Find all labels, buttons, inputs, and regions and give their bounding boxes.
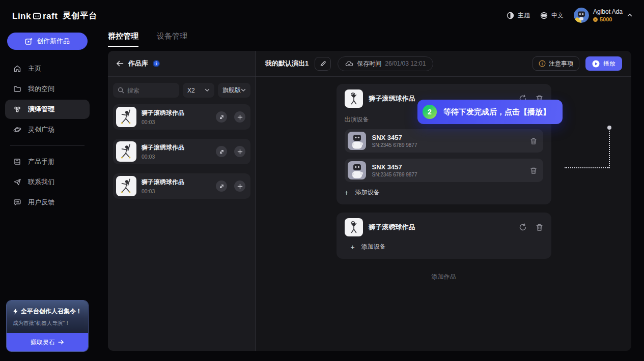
add-device-label: 添加设备 bbox=[361, 243, 386, 251]
brand-name-suffix: raft bbox=[43, 11, 58, 21]
chevron-down-icon bbox=[241, 88, 246, 92]
device-name: SNX 3457 bbox=[372, 163, 524, 171]
work-duration: 00:03 bbox=[142, 188, 211, 194]
program-card-header: 狮子滚绣球作品 bbox=[345, 218, 543, 236]
work-meta: 狮子滚绣球作品 00:03 bbox=[142, 109, 211, 125]
program-card: 狮子滚绣球作品 + 添加设备 bbox=[337, 213, 551, 259]
sidebar-item-label: 演绎管理 bbox=[28, 105, 54, 114]
connector-dot bbox=[607, 126, 611, 130]
search-input[interactable] bbox=[127, 87, 168, 94]
rename-button[interactable] bbox=[315, 57, 331, 71]
promo-title: 全平台创作人召集令！ bbox=[21, 307, 82, 316]
promo-title-row: 全平台创作人召集令！ bbox=[13, 307, 82, 316]
sidebar-item-product-manual[interactable]: 产品手册 bbox=[5, 152, 90, 171]
play-button[interactable]: 播放 bbox=[585, 56, 622, 71]
device-avatar bbox=[348, 132, 366, 150]
earn-gems-button[interactable]: 赚取灵石 bbox=[7, 333, 88, 351]
work-meta: 狮子滚绣球作品 00:03 bbox=[142, 143, 211, 160]
add-to-stage-button[interactable] bbox=[234, 180, 245, 192]
main-area: 群控管理 设备管理 作品库 i X2 bbox=[108, 0, 631, 361]
sidebar-item-my-space[interactable]: 我的空间 bbox=[5, 79, 90, 99]
refresh-icon[interactable] bbox=[519, 223, 527, 231]
sidebar-item-label: 用户反馈 bbox=[28, 198, 54, 207]
trash-icon[interactable] bbox=[530, 167, 537, 174]
add-work-button[interactable]: 添加作品 bbox=[256, 273, 631, 281]
sidebar-item-label: 联系我们 bbox=[28, 177, 54, 187]
notice-button[interactable]: 注意事项 bbox=[533, 56, 579, 71]
speed-dropdown[interactable]: X2 bbox=[183, 83, 214, 98]
onboarding-tooltip: 2 等待下发完成后，点击【播放】 bbox=[417, 100, 563, 124]
paper-plane-icon bbox=[13, 178, 21, 186]
brand-logo: Link raft 灵创平台 bbox=[12, 11, 97, 21]
work-list-item[interactable]: 狮子滚绣球作品 00:03 bbox=[113, 139, 250, 164]
stage-panel: 我的默认演出1 保存时间 26/01/03 12:01 注意事项 bbox=[256, 51, 631, 351]
book-icon bbox=[13, 158, 21, 166]
add-to-stage-button[interactable] bbox=[234, 111, 245, 123]
work-list-item[interactable]: 狮子滚绣球作品 00:03 bbox=[113, 104, 250, 130]
show-title: 我的默认演出1 bbox=[265, 59, 309, 68]
brand-platform-name: 灵创平台 bbox=[63, 11, 97, 21]
tab-device-mgmt[interactable]: 设备管理 bbox=[157, 32, 187, 47]
tooltip-text: 等待下发完成后，点击【播放】 bbox=[443, 107, 550, 117]
sidebar: 创作新作品 主页 我的空间 演绎管理 灵创广场 产品手册 联系我们 bbox=[0, 26, 95, 361]
sidebar-item-performance-mgmt[interactable]: 演绎管理 bbox=[5, 100, 90, 119]
search-box[interactable] bbox=[113, 83, 179, 98]
expand-button[interactable] bbox=[216, 111, 227, 123]
speed-value: X2 bbox=[187, 87, 195, 94]
device-meta: SNX 3457 SN:2345 6789 9877 bbox=[372, 163, 524, 177]
trash-icon[interactable] bbox=[536, 223, 543, 231]
sidebar-item-plaza[interactable]: 灵创广场 bbox=[5, 120, 90, 139]
library-info-icon[interactable]: i bbox=[153, 60, 160, 67]
arrow-right-icon bbox=[58, 340, 64, 345]
sidebar-item-label: 我的空间 bbox=[28, 84, 54, 94]
save-status: 保存时间 26/01/03 12:01 bbox=[338, 56, 433, 71]
device-row[interactable]: SNX 3457 SN:2345 6789 9877 bbox=[345, 159, 543, 182]
edition-value: 旗舰版 bbox=[222, 86, 241, 95]
save-time-label: 保存时间 bbox=[357, 59, 381, 68]
promo-subtitle: 成为首批"机器人导演"！ bbox=[13, 320, 82, 327]
expand-button[interactable] bbox=[216, 146, 227, 157]
warning-info-icon bbox=[539, 60, 546, 67]
sidebar-item-feedback[interactable]: 用户反馈 bbox=[5, 193, 90, 212]
create-work-button[interactable]: 创作新作品 bbox=[7, 33, 88, 50]
work-title: 狮子滚绣球作品 bbox=[142, 143, 211, 152]
expand-button[interactable] bbox=[216, 180, 227, 192]
sidebar-item-home[interactable]: 主页 bbox=[5, 59, 90, 78]
chevron-down-icon bbox=[205, 88, 210, 92]
brand-logo-icon bbox=[32, 12, 42, 20]
brand-name-prefix: Link bbox=[12, 11, 31, 21]
main-tabs: 群控管理 设备管理 bbox=[108, 32, 187, 47]
sidebar-item-contact-us[interactable]: 联系我们 bbox=[5, 172, 90, 192]
plus-icon: + bbox=[345, 189, 349, 197]
edition-dropdown[interactable]: 旗舰版 bbox=[218, 83, 250, 98]
add-device-label: 添加设备 bbox=[355, 188, 380, 197]
device-sn: SN:2345 6789 9877 bbox=[372, 142, 524, 148]
device-meta: SNX 3457 SN:2345 6789 9877 bbox=[372, 134, 524, 148]
tab-group-control[interactable]: 群控管理 bbox=[108, 32, 138, 47]
add-device-button[interactable]: + 添加设备 bbox=[345, 243, 543, 251]
library-filters: X2 旗舰版 bbox=[108, 77, 256, 98]
work-list: 狮子滚绣球作品 00:03 狮子滚绣球作品 00:03 bbox=[108, 98, 256, 208]
work-thumbnail bbox=[116, 176, 136, 196]
add-device-button[interactable]: + 添加设备 bbox=[345, 188, 543, 197]
promo-body: 全平台创作人召集令！ 成为首批"机器人导演"！ bbox=[7, 300, 88, 333]
add-to-stage-button[interactable] bbox=[234, 146, 245, 157]
work-duration: 00:03 bbox=[142, 154, 211, 160]
back-arrow-icon[interactable] bbox=[116, 61, 124, 67]
plus-icon: + bbox=[351, 243, 355, 251]
play-icon bbox=[592, 60, 600, 68]
trash-icon[interactable] bbox=[530, 137, 537, 145]
program-title: 狮子滚绣球作品 bbox=[369, 94, 415, 103]
work-thumbnail bbox=[116, 107, 136, 127]
device-avatar bbox=[348, 161, 366, 179]
program-thumbnail bbox=[345, 218, 363, 236]
sidebar-item-label: 主页 bbox=[28, 64, 41, 73]
device-row[interactable]: SNX 3457 SN:2345 6789 9877 bbox=[345, 129, 543, 153]
app-window: Link raft 灵创平台 主题 中文 Agibot Ada bbox=[0, 0, 644, 361]
work-thumbnail bbox=[116, 141, 136, 162]
earn-gems-label: 赚取灵石 bbox=[31, 338, 55, 347]
chat-bubble-icon bbox=[13, 198, 21, 206]
work-list-item[interactable]: 狮子滚绣球作品 00:03 bbox=[113, 173, 250, 199]
save-time-value: 26/01/03 12:01 bbox=[385, 60, 426, 67]
home-icon bbox=[13, 65, 21, 73]
